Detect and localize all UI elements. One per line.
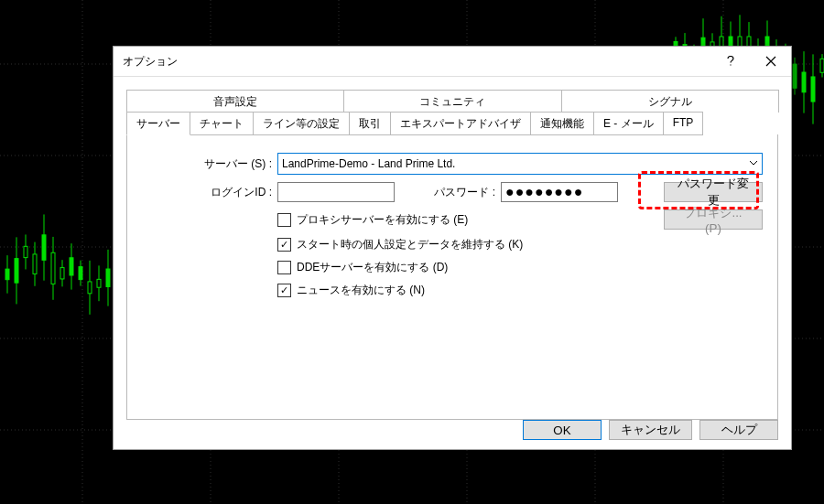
svg-rect-184: [793, 64, 797, 88]
tab-チャート[interactable]: チャート: [190, 112, 254, 135]
dde-checkbox-label: DDEサーバーを有効にする (D): [297, 260, 448, 275]
proxy-checkbox-label: プロキシサーバーを有効にする (E): [297, 212, 468, 228]
ok-button[interactable]: OK: [523, 420, 602, 440]
tab-E - メール[interactable]: E - メール: [593, 112, 664, 135]
dialog-titlebar: オプション: [114, 47, 791, 77]
dialog-button-row: OK キャンセル ヘルプ: [523, 420, 778, 440]
password-input[interactable]: ●●●●●●●●: [501, 182, 618, 202]
tab-エキスパートアドバイザ[interactable]: エキスパートアドバイザ: [390, 112, 531, 135]
change-password-button[interactable]: パスワード変更: [664, 182, 763, 202]
svg-rect-16: [24, 246, 27, 257]
tab-シグナル[interactable]: シグナル: [561, 90, 779, 113]
proxy-settings-button[interactable]: プロキシ... (P): [664, 209, 763, 230]
keep-data-checkbox[interactable]: [277, 238, 291, 252]
news-checkbox-label: ニュースを有効にする (N): [297, 283, 425, 298]
options-dialog: オプション 音声設定コミュニティシグナル サーバーチャートライン等の設定取引エキ…: [113, 46, 792, 450]
svg-rect-32: [97, 279, 101, 287]
tab-panel-server: サーバー (S) : LandPrime-Demo - Land Prime L…: [126, 134, 778, 420]
login-id-input[interactable]: [277, 182, 395, 202]
svg-rect-30: [88, 282, 92, 294]
dde-checkbox[interactable]: [277, 261, 291, 274]
svg-rect-26: [70, 258, 73, 275]
dialog-close-button[interactable]: [751, 47, 791, 76]
dialog-help-button[interactable]: [710, 47, 751, 76]
svg-rect-18: [33, 254, 37, 274]
tab-通知機能[interactable]: 通知機能: [530, 112, 594, 135]
svg-rect-12: [5, 269, 9, 280]
server-select[interactable]: LandPrime-Demo - Land Prime Ltd.: [277, 153, 763, 175]
tab-サーバー[interactable]: サーバー: [126, 112, 190, 135]
svg-rect-20: [42, 235, 46, 260]
dialog-title: オプション: [114, 54, 710, 70]
svg-rect-14: [15, 259, 18, 284]
news-checkbox[interactable]: [277, 284, 291, 297]
tab-FTP[interactable]: FTP: [663, 112, 704, 135]
svg-rect-186: [802, 72, 806, 92]
login-label: ログインID :: [142, 185, 277, 200]
chevron-down-icon: [749, 158, 758, 167]
svg-rect-34: [106, 269, 110, 286]
keep-data-checkbox-label: スタート時の個人設定とデータを維持する (K): [297, 237, 523, 252]
cancel-button[interactable]: キャンセル: [609, 420, 692, 440]
server-label: サーバー (S) :: [142, 156, 277, 172]
svg-rect-188: [811, 77, 815, 102]
server-select-value: LandPrime-Demo - Land Prime Ltd.: [282, 157, 455, 170]
tab-コミュニティ[interactable]: コミュニティ: [343, 90, 561, 113]
tabs-row-1: 音声設定コミュニティシグナル: [126, 90, 778, 113]
tabs-row-2: サーバーチャートライン等の設定取引エキスパートアドバイザ通知機能E - メールF…: [126, 112, 778, 135]
password-label: パスワード :: [395, 185, 501, 200]
svg-rect-24: [60, 268, 64, 279]
proxy-checkbox[interactable]: [277, 213, 291, 227]
tab-取引[interactable]: 取引: [349, 112, 391, 135]
svg-rect-22: [51, 252, 55, 284]
tabs-area: 音声設定コミュニティシグナル サーバーチャートライン等の設定取引エキスパートアド…: [114, 77, 791, 420]
help-button[interactable]: ヘルプ: [699, 420, 778, 440]
svg-rect-28: [79, 267, 82, 280]
tab-ライン等の設定[interactable]: ライン等の設定: [253, 112, 350, 135]
tab-音声設定[interactable]: 音声設定: [126, 90, 344, 113]
svg-rect-190: [820, 59, 824, 72]
